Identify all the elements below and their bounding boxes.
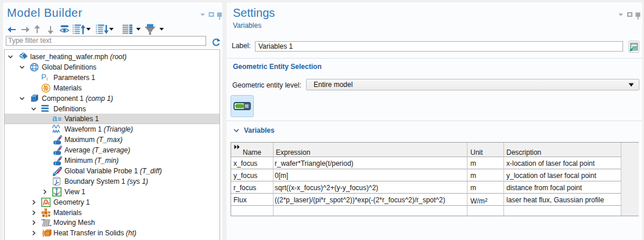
svg-text:i: i	[46, 76, 48, 81]
svg-text:a: a	[52, 114, 57, 122]
svg-text:P: P	[41, 73, 46, 81]
